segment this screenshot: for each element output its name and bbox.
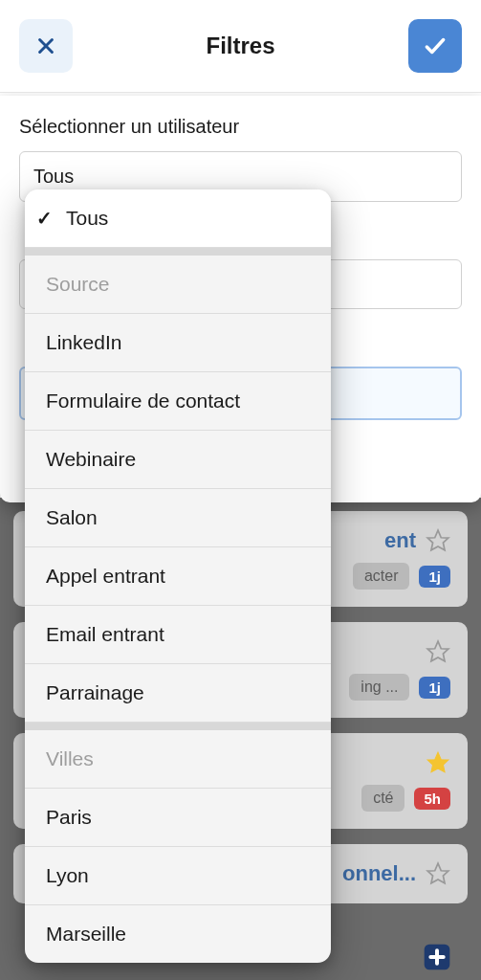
dropdown-option-paris[interactable]: Paris xyxy=(25,789,331,847)
svg-marker-4 xyxy=(427,752,448,772)
dropdown-option-marseille[interactable]: Marseille xyxy=(25,905,331,963)
confirm-button[interactable] xyxy=(408,19,462,73)
user-select-label: Sélectionner un utilisateur xyxy=(19,116,462,138)
dropdown-option-webinar[interactable]: Webinaire xyxy=(25,431,331,489)
dropdown-option-label: Tous xyxy=(66,207,108,230)
dropdown-option-salon[interactable]: Salon xyxy=(25,489,331,547)
card-tag: ing ... xyxy=(349,674,409,701)
time-badge: 1j xyxy=(419,677,450,699)
page-title: Filtres xyxy=(206,33,274,59)
close-button[interactable] xyxy=(19,19,73,73)
dropdown-section-source: Source xyxy=(25,256,331,314)
dropdown-option-inbound-email[interactable]: Email entrant xyxy=(25,606,331,664)
dropdown-option-lyon[interactable]: Lyon xyxy=(25,847,331,905)
filter-dropdown: Tous Source LinkedIn Formulaire de conta… xyxy=(25,189,331,963)
card-tag: cté xyxy=(361,785,404,812)
star-outline-icon xyxy=(426,639,450,664)
dropdown-section-cities: Villes xyxy=(25,730,331,789)
check-icon xyxy=(423,33,448,58)
dropdown-divider xyxy=(25,723,331,730)
dropdown-option-inbound-call[interactable]: Appel entrant xyxy=(25,547,331,606)
time-badge: 5h xyxy=(414,788,450,810)
time-badge: 1j xyxy=(419,566,450,588)
card-tag: acter xyxy=(353,563,410,590)
dropdown-option-all[interactable]: Tous xyxy=(25,189,331,248)
dropdown-divider xyxy=(25,248,331,256)
svg-marker-3 xyxy=(427,641,448,661)
star-outline-icon xyxy=(426,861,450,886)
dropdown-option-contact-form[interactable]: Formulaire de contact xyxy=(25,372,331,431)
filter-header: Filtres xyxy=(0,0,481,93)
card-title: ent xyxy=(384,528,416,553)
svg-marker-2 xyxy=(427,530,448,550)
star-filled-icon xyxy=(426,750,450,775)
star-outline-icon xyxy=(426,528,450,553)
close-icon xyxy=(35,35,56,56)
dropdown-option-referral[interactable]: Parrainage xyxy=(25,664,331,723)
card-title: onnel... xyxy=(342,861,416,886)
svg-marker-5 xyxy=(427,863,448,883)
dropdown-option-linkedin[interactable]: LinkedIn xyxy=(25,314,331,372)
plus-icon[interactable] xyxy=(422,942,452,972)
